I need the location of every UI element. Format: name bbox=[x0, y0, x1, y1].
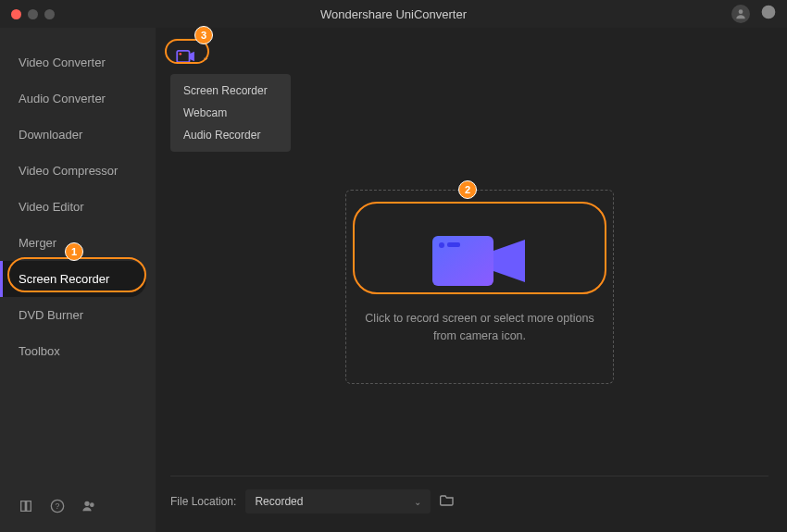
sidebar-item-video-compressor[interactable]: Video Compressor bbox=[0, 153, 156, 189]
sidebar-item-dvd-burner[interactable]: DVD Burner bbox=[0, 297, 156, 333]
annotation-badge-3: 3 bbox=[194, 26, 213, 44]
sidebar-item-video-editor[interactable]: Video Editor bbox=[0, 189, 156, 225]
svg-point-7 bbox=[179, 53, 181, 56]
help-icon[interactable]: ? bbox=[50, 499, 65, 517]
svg-rect-10 bbox=[447, 242, 460, 247]
app-title: Wondershare UniConverter bbox=[0, 7, 787, 21]
sidebar-item-audio-converter[interactable]: Audio Converter bbox=[0, 80, 156, 117]
menu-item-screen-recorder[interactable]: Screen Recorder bbox=[170, 80, 291, 102]
svg-point-5 bbox=[91, 503, 94, 506]
camera-large-icon bbox=[429, 229, 531, 293]
titlebar: Wondershare UniConverter bbox=[0, 0, 787, 28]
sidebar-footer: ? bbox=[0, 484, 156, 532]
camera-small-icon bbox=[176, 49, 196, 64]
sidebar-item-video-converter[interactable]: Video Converter bbox=[0, 44, 156, 80]
annotation-badge-1: 1 bbox=[65, 242, 83, 261]
community-icon[interactable] bbox=[81, 499, 96, 517]
svg-text:?: ? bbox=[56, 501, 60, 511]
chevron-down-icon: ⌄ bbox=[202, 52, 209, 62]
sidebar-item-downloader[interactable]: Downloader bbox=[0, 117, 156, 153]
recorder-type-menu: Screen Recorder Webcam Audio Recorder bbox=[170, 74, 291, 152]
svg-rect-6 bbox=[177, 51, 189, 62]
record-hint-text: Click to record screen or select more op… bbox=[365, 310, 594, 345]
menu-item-webcam[interactable]: Webcam bbox=[170, 102, 291, 124]
svg-point-0 bbox=[739, 9, 743, 14]
sidebar: Video Converter Audio Converter Download… bbox=[0, 28, 156, 532]
svg-point-9 bbox=[439, 242, 444, 248]
sidebar-item-label: Toolbox bbox=[19, 344, 60, 358]
sidebar-item-label: Audio Converter bbox=[19, 92, 106, 105]
open-folder-button[interactable] bbox=[440, 493, 455, 510]
feedback-icon[interactable] bbox=[761, 5, 776, 23]
sidebar-item-label: Downloader bbox=[19, 128, 82, 142]
sidebar-item-label: Video Compressor bbox=[19, 164, 118, 178]
file-location-value: Recorded bbox=[255, 495, 303, 508]
sidebar-item-label: Video Converter bbox=[19, 56, 106, 69]
sidebar-item-label: Merger bbox=[19, 236, 56, 250]
file-location-label: File Location: bbox=[170, 495, 236, 508]
annotation-badge-2: 2 bbox=[458, 180, 477, 199]
sidebar-item-label: DVD Burner bbox=[19, 308, 83, 322]
file-location-select[interactable]: Recorded ⌄ bbox=[245, 489, 431, 513]
sidebar-item-screen-recorder[interactable]: Screen Recorder bbox=[0, 261, 146, 297]
svg-point-4 bbox=[85, 501, 89, 505]
bottom-bar: File Location: Recorded ⌄ bbox=[170, 476, 768, 513]
recorder-type-button[interactable]: ⌄ bbox=[170, 46, 215, 67]
sidebar-item-label: Screen Recorder bbox=[19, 272, 109, 286]
guide-icon[interactable] bbox=[19, 499, 33, 517]
sidebar-item-label: Video Editor bbox=[19, 200, 84, 214]
menu-item-audio-recorder[interactable]: Audio Recorder bbox=[170, 124, 291, 146]
user-avatar[interactable] bbox=[731, 5, 750, 23]
record-drop-zone[interactable]: Click to record screen or select more op… bbox=[345, 190, 614, 384]
chevron-down-icon: ⌄ bbox=[414, 497, 421, 507]
sidebar-item-toolbox[interactable]: Toolbox bbox=[0, 333, 156, 369]
content-area: ⌄ Screen Recorder Webcam Audio Recorder … bbox=[156, 28, 787, 532]
